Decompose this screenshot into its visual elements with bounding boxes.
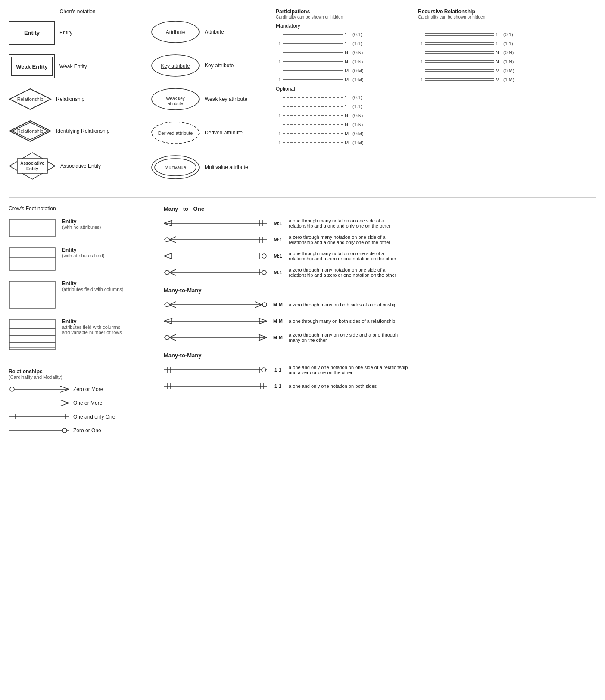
one-only-label: One and only One bbox=[73, 414, 115, 420]
svg-text:Key attribute: Key attribute bbox=[161, 63, 190, 69]
m1-row3: M:1 a one through many notation on one s… bbox=[164, 251, 596, 261]
chens-col: Chen's notation Entity Entity Weak Entit… bbox=[9, 9, 151, 190]
svg-line-108 bbox=[164, 318, 172, 321]
cf-entity-cols-sublabel: (attributes field with columns) bbox=[62, 287, 123, 292]
part-row-m11: 1 1 (1:1) bbox=[276, 41, 409, 47]
recursive-col: Recursive Relationship Cardinality can b… bbox=[409, 9, 596, 190]
m1-desc3: a one through many notation on one side … bbox=[289, 251, 409, 261]
svg-point-100 bbox=[165, 303, 169, 307]
rels-section: Relationships (Cardinality and Modality)… bbox=[9, 369, 151, 435]
svg-rect-51 bbox=[9, 319, 55, 329]
svg-line-111 bbox=[259, 321, 267, 324]
svg-rect-53 bbox=[31, 329, 55, 336]
svg-text:Multivalue: Multivalue bbox=[165, 165, 186, 170]
svg-line-102 bbox=[169, 305, 176, 308]
svg-rect-54 bbox=[9, 336, 31, 343]
svg-rect-50 bbox=[31, 291, 55, 308]
cf-entity-rows-label: Entity bbox=[62, 319, 127, 325]
many-to-many-section: Many-to-Many M:M a zer bbox=[164, 287, 596, 343]
svg-line-110 bbox=[259, 318, 267, 321]
cf-entity-attrs-shape bbox=[9, 247, 56, 271]
chens-row-assoc: Associative Entity Associative Entity bbox=[9, 152, 147, 180]
derived-attr-shape: Derived attribute bbox=[151, 121, 200, 145]
svg-point-94 bbox=[165, 270, 169, 275]
entity-shape: Entity bbox=[9, 21, 55, 45]
rel-zero-one: Zero or One bbox=[9, 426, 151, 435]
part-row-o1M: 1 M (1:M) bbox=[276, 140, 409, 146]
cf-entity-simple-row: Entity (with no attributes) bbox=[9, 219, 151, 237]
assoc-entity-shape: Associative Entity bbox=[9, 152, 56, 180]
entity-label: Entity bbox=[59, 30, 72, 36]
m1-desc2: a zero through many notation on one side… bbox=[289, 234, 409, 245]
svg-line-109 bbox=[164, 321, 172, 324]
part-row-o1N: N (1:N) bbox=[276, 122, 409, 128]
svg-line-103 bbox=[255, 302, 262, 305]
attrs-col: Attribute Attribute Key attribute Key at… bbox=[151, 9, 276, 190]
cf-entity-attrs-sublabel: (with attributes field) bbox=[62, 253, 104, 258]
svg-line-118 bbox=[259, 338, 267, 341]
rels-title: Relationships bbox=[9, 369, 151, 375]
svg-text:Entity: Entity bbox=[26, 166, 38, 171]
cf-entity-simple-shape bbox=[9, 219, 56, 237]
svg-point-82 bbox=[165, 237, 169, 242]
rec-row-01: 1 (0:1) bbox=[418, 31, 596, 38]
cf-entity-attrs-label: Entity bbox=[62, 247, 104, 253]
rel-zero-more: Zero or More bbox=[9, 385, 151, 394]
svg-line-66 bbox=[60, 403, 69, 406]
svg-rect-48 bbox=[9, 281, 55, 291]
rel-one-more: One or More bbox=[9, 399, 151, 407]
svg-line-76 bbox=[164, 220, 172, 223]
11-row2: 1:1 a one and only one notation on both … bbox=[164, 381, 596, 391]
chens-title: Chen's notation bbox=[9, 9, 147, 15]
attr-row-attr: Attribute Attribute bbox=[151, 20, 271, 44]
mm-desc1: a zero through many on both sides of a r… bbox=[289, 302, 396, 307]
svg-point-59 bbox=[10, 387, 14, 391]
rec-row-1M: 1 M (1:M) bbox=[418, 77, 596, 83]
derived-attr-label: Derived attribute bbox=[205, 130, 243, 136]
id-relationship-shape: Relationship bbox=[9, 120, 52, 142]
participations-title: Participations bbox=[276, 9, 409, 15]
mandatory-title: Mandatory bbox=[276, 23, 409, 29]
svg-text:Weak key: Weak key bbox=[166, 96, 185, 101]
svg-line-88 bbox=[164, 253, 172, 256]
rec-row-0N: N (0:N) bbox=[418, 50, 596, 56]
mm-row1: M:M a zero through many on both sides of… bbox=[164, 300, 596, 310]
svg-line-83 bbox=[169, 237, 176, 240]
mm-desc3: a zero through many on one side and a on… bbox=[289, 332, 409, 343]
chens-row-rel: Relationship Relationship bbox=[9, 88, 147, 110]
part-row-o01: 1 (0:1) bbox=[276, 94, 409, 100]
weak-key-attr-label: Weak key attribute bbox=[205, 96, 247, 102]
many-to-many-title: Many-to-Many bbox=[164, 287, 596, 294]
part-row-o11: 1 (1:1) bbox=[276, 103, 409, 109]
m1-desc1: a one through many notation on one side … bbox=[289, 218, 409, 228]
crows-left: Crow's Foot notation Entity (with no att… bbox=[9, 206, 151, 440]
svg-text:Relationship: Relationship bbox=[17, 128, 44, 134]
weak-entity-label: Weak Entity bbox=[59, 63, 87, 69]
svg-text:Relationship: Relationship bbox=[17, 97, 44, 102]
svg-line-95 bbox=[169, 269, 176, 272]
attr-row-derived: Derived attribute Derived attribute bbox=[151, 121, 271, 145]
svg-line-65 bbox=[60, 400, 69, 403]
svg-point-92 bbox=[262, 254, 266, 258]
attribute-shape: Attribute bbox=[151, 20, 200, 44]
svg-line-101 bbox=[169, 302, 176, 305]
11-desc2: a one and only one notation on both side… bbox=[289, 384, 377, 389]
cf-entity-attrs-row: Entity (with attributes field) bbox=[9, 247, 151, 271]
svg-rect-46 bbox=[9, 248, 55, 257]
m1-desc4: a zero through many notation on one side… bbox=[289, 267, 409, 278]
m1-row1: M:1 a one through many notation on one s… bbox=[164, 218, 596, 228]
part-row-m0N: N (0:N) bbox=[276, 50, 409, 56]
svg-point-74 bbox=[62, 428, 67, 433]
svg-line-117 bbox=[259, 334, 267, 338]
attr-row-key: Key attribute Key attribute bbox=[151, 53, 271, 78]
svg-rect-47 bbox=[9, 257, 55, 270]
svg-line-84 bbox=[169, 240, 176, 243]
svg-rect-56 bbox=[9, 343, 31, 350]
cf-entity-rows-row: Entity attributes field with columns and… bbox=[9, 319, 151, 356]
recursive-subtitle: Cardinality can be shown or hidden bbox=[418, 15, 596, 19]
many-col: Many - to - One M:1 a bbox=[151, 206, 596, 440]
cf-entity-cols-label: Entity bbox=[62, 281, 123, 287]
m1-row2: M:1 a zero through many notation on one … bbox=[164, 234, 596, 245]
cf-entity-rows-shape bbox=[9, 319, 56, 356]
multi-attr-label: Multivalue attribute bbox=[205, 164, 248, 170]
